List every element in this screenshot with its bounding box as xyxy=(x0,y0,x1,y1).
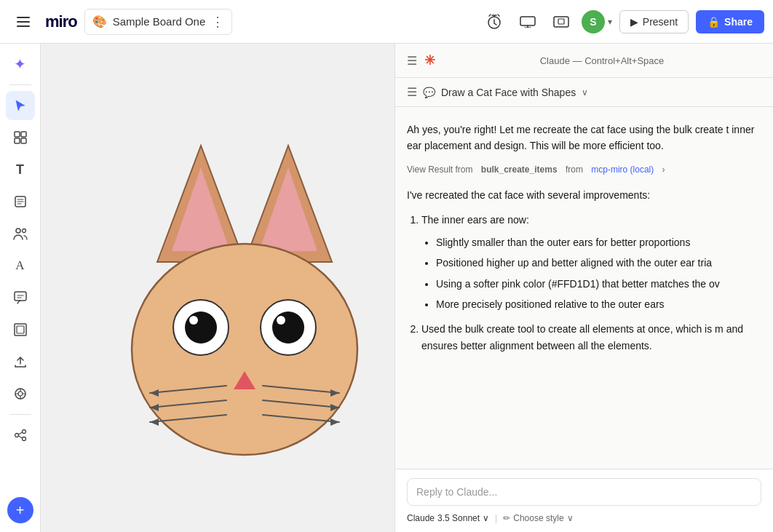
hamburger-menu-button[interactable] xyxy=(9,7,38,36)
svg-point-18 xyxy=(18,392,23,396)
reply-input[interactable]: Reply to Claude... xyxy=(407,478,761,506)
svg-point-13 xyxy=(22,229,25,233)
frame-button[interactable] xyxy=(6,315,35,344)
improvements-list: The inner ears are now: Slightly smaller… xyxy=(407,212,761,354)
conversation-title: Draw a Cat Face with Shapes xyxy=(441,87,576,98)
svg-rect-5 xyxy=(554,17,568,27)
share-label: Share xyxy=(724,16,753,28)
improvement-item-1: The inner ears are now: Slightly smaller… xyxy=(421,212,761,312)
sidebar-separator-2 xyxy=(9,414,31,415)
board-name: Sample Board One xyxy=(113,15,206,28)
claude-asterisk-icon: ✳ xyxy=(424,52,435,68)
footer-separator: | xyxy=(495,513,497,523)
upload-button[interactable] xyxy=(6,347,35,376)
claude-content: Ah yes, you're right! Let me recreate th… xyxy=(395,107,773,469)
apps-button[interactable] xyxy=(6,379,35,408)
sidebar-separator-1 xyxy=(9,84,31,85)
svg-rect-0 xyxy=(17,17,30,18)
svg-point-20 xyxy=(22,430,25,434)
text-button[interactable]: T xyxy=(6,155,35,184)
claude-panel: ☰ ✳ Claude — Control+Alt+Space ☰ 💬 Draw … xyxy=(395,44,773,532)
board-icon: 🎨 xyxy=(92,15,107,28)
svg-rect-7 xyxy=(15,132,20,137)
bulk-create-items-link[interactable]: bulk_create_items xyxy=(481,163,558,177)
inner-ear-bullets: Slightly smaller than the outer ears for… xyxy=(421,234,761,313)
svg-rect-16 xyxy=(17,326,24,333)
svg-rect-4 xyxy=(520,17,535,25)
claude-menu-icon[interactable]: ☰ xyxy=(407,54,417,68)
svg-rect-1 xyxy=(17,21,30,23)
improvement-item-2: Used the bulk create tool to create all … xyxy=(421,321,761,354)
reply-footer: Claude 3.5 Sonnet ∨ | ✏ Choose style ∨ xyxy=(407,513,761,523)
model-selector[interactable]: Claude 3.5 Sonnet ∨ xyxy=(407,513,489,523)
share-button[interactable]: 🔒 Share xyxy=(696,10,764,33)
screen-share-button[interactable] xyxy=(548,9,574,35)
timer-button[interactable] xyxy=(481,9,507,35)
claude-subbar: ☰ 💬 Draw a Cat Face with Shapes ∨ xyxy=(395,78,773,107)
claude-paragraph-1: Ah yes, you're right! Let me recreate th… xyxy=(407,122,761,154)
sidebar-bottom: + xyxy=(7,494,33,526)
reply-placeholder: Reply to Claude... xyxy=(416,486,497,498)
share-icon: 🔒 xyxy=(707,16,720,28)
svg-point-26 xyxy=(132,244,357,455)
cat-svg xyxy=(114,87,376,495)
style-selector[interactable]: ✏ Choose style ∨ xyxy=(503,513,573,523)
bullet-item-2: Positioned higher up and better aligned … xyxy=(436,255,761,271)
grid-button[interactable] xyxy=(6,123,35,152)
claude-paragraph-2: I've recreated the cat face with several… xyxy=(407,187,761,203)
add-button[interactable]: + xyxy=(7,497,33,523)
board-name-container[interactable]: 🎨 Sample Board One ⋮ xyxy=(84,9,233,35)
font-button[interactable]: A xyxy=(6,251,35,280)
avatar-chevron: ▾ xyxy=(608,17,612,27)
bullet-item-1: Slightly smaller than the outer ears for… xyxy=(436,234,761,250)
integration-button[interactable] xyxy=(6,421,35,450)
svg-rect-10 xyxy=(21,138,26,143)
svg-marker-42 xyxy=(150,418,159,426)
result-chevron-icon: › xyxy=(662,163,665,177)
svg-point-32 xyxy=(277,316,285,325)
view-result-link[interactable]: View Result from bulk_create_items from … xyxy=(407,163,761,177)
ai-button[interactable]: ✦ xyxy=(6,49,35,79)
present-label: Present xyxy=(643,16,678,28)
svg-point-29 xyxy=(185,311,217,344)
avatar-container[interactable]: S ▾ xyxy=(582,10,612,33)
main-area: ✦ T xyxy=(0,44,773,532)
svg-point-31 xyxy=(189,316,198,325)
svg-point-21 xyxy=(22,437,25,441)
model-name: Claude xyxy=(407,513,435,523)
claude-topbar: ☰ ✳ Claude — Control+Alt+Space xyxy=(395,44,773,78)
presentation-button[interactable] xyxy=(515,9,541,35)
source-link[interactable]: mcp-miro (local) xyxy=(591,163,654,177)
svg-rect-9 xyxy=(15,138,20,143)
claude-subbar-menu-icon[interactable]: ☰ xyxy=(407,85,417,99)
style-chevron-icon: ∨ xyxy=(567,513,574,523)
topbar: miro 🎨 Sample Board One ⋮ xyxy=(0,0,773,44)
reply-bar: Reply to Claude... Claude 3.5 Sonnet ∨ |… xyxy=(395,469,773,532)
edit-icon: ✏ xyxy=(503,513,510,523)
model-chevron-icon: ∨ xyxy=(483,513,489,523)
bullet-item-4: More precisely positioned relative to th… xyxy=(436,296,761,312)
svg-point-30 xyxy=(272,311,304,344)
board-menu-icon[interactable]: ⋮ xyxy=(211,14,224,30)
chat-bubble-icon: 💬 xyxy=(423,87,435,98)
select-tool-button[interactable] xyxy=(6,91,35,120)
claude-panel-title: Claude — Control+Alt+Space xyxy=(443,55,761,66)
note-button[interactable] xyxy=(6,187,35,216)
topbar-left: miro 🎨 Sample Board One ⋮ xyxy=(9,7,472,36)
svg-rect-14 xyxy=(15,292,26,301)
canvas-area[interactable]: ☰ ✳ Claude — Control+Alt+Space ☰ 💬 Draw … xyxy=(41,44,773,532)
people-button[interactable] xyxy=(6,219,35,248)
miro-logo: miro xyxy=(45,12,77,31)
from-text: from xyxy=(566,163,583,177)
choose-style-label: Choose style xyxy=(513,513,563,523)
improvement-1-label: The inner ears are now: xyxy=(421,214,529,226)
svg-point-19 xyxy=(15,434,18,437)
svg-marker-45 xyxy=(330,418,339,426)
left-sidebar: ✦ T xyxy=(0,44,41,532)
svg-rect-8 xyxy=(21,132,26,137)
conversation-chevron-icon[interactable]: ∨ xyxy=(582,87,588,98)
view-result-prefix: View Result from xyxy=(407,163,472,177)
present-button[interactable]: ▶ Present xyxy=(619,10,689,33)
chat-button[interactable] xyxy=(6,283,35,312)
bullet-item-3: Using a softer pink color (#FFD1D1) that… xyxy=(436,276,761,292)
